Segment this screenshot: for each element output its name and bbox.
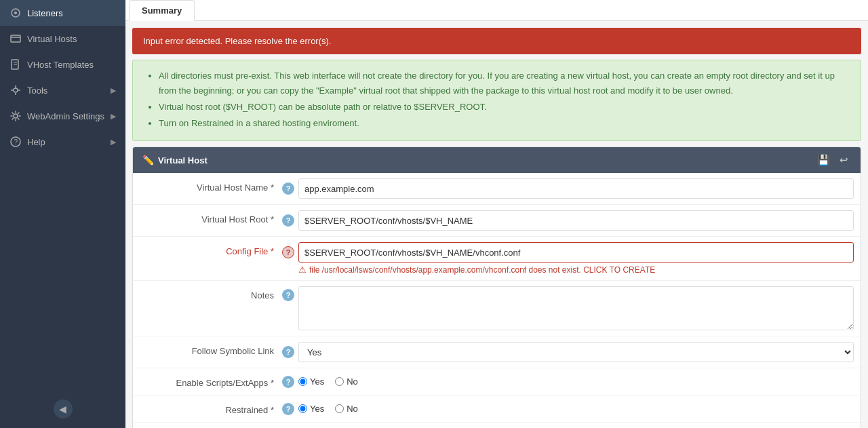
enable-scripts-label: Enable Scripts/ExtApps * bbox=[133, 374, 282, 388]
info-alert: All directories must pre-exist. This web… bbox=[132, 60, 861, 141]
follow-symlink-select[interactable]: Yes No If Owner Match bbox=[298, 342, 854, 362]
help-expand-icon: ▶ bbox=[111, 138, 116, 147]
vhost-name-help-icon[interactable]: ? bbox=[282, 182, 294, 195]
restrained-field: ? Yes No bbox=[282, 401, 861, 416]
sidebar-toggle-icon: ◀ bbox=[59, 404, 66, 414]
notes-row: Notes ? bbox=[133, 281, 861, 336]
restrained-help-icon[interactable]: ? bbox=[282, 403, 294, 415]
vhost-name-label: Virtual Host Name * bbox=[133, 178, 282, 193]
svg-point-12 bbox=[14, 114, 18, 118]
error-alert: Input error detected. Please resolve the… bbox=[132, 28, 861, 54]
enable-scripts-row: Enable Scripts/ExtApps * ? Yes No bbox=[133, 368, 861, 395]
notes-label: Notes bbox=[133, 286, 282, 300]
config-file-label: Config File * bbox=[133, 242, 282, 256]
vhost-root-help-icon[interactable]: ? bbox=[282, 214, 294, 227]
enable-scripts-radio-group: Yes No bbox=[298, 374, 358, 389]
enable-scripts-help-icon[interactable]: ? bbox=[282, 376, 294, 388]
back-icon: ↩ bbox=[840, 154, 848, 166]
notes-help-icon[interactable]: ? bbox=[282, 289, 294, 301]
config-file-error-msg[interactable]: ⚠ file /usr/local/lsws/conf/vhosts/app.e… bbox=[298, 265, 854, 275]
sidebar: Listeners Virtual Hosts VHost Templates … bbox=[0, 0, 125, 428]
vhost-root-label: Virtual Host Root * bbox=[133, 210, 282, 225]
vhost-root-field: ? bbox=[282, 210, 861, 231]
virtual-hosts-icon bbox=[9, 33, 22, 45]
enable-scripts-yes-label[interactable]: Yes bbox=[298, 376, 324, 387]
sidebar-item-webadmin-settings[interactable]: WebAdmin Settings ▶ bbox=[0, 103, 125, 129]
svg-text:?: ? bbox=[14, 138, 18, 146]
edit-icon: ✏️ bbox=[142, 155, 154, 166]
panel-actions: 💾 ↩ bbox=[814, 153, 851, 168]
enable-scripts-no-radio[interactable] bbox=[335, 377, 344, 386]
error-alert-text: Input error detected. Please resolve the… bbox=[143, 36, 331, 46]
vhost-templates-icon bbox=[9, 58, 22, 71]
info-item-2: Turn on Restrained in a shared hosting e… bbox=[159, 116, 848, 131]
enable-scripts-no-label[interactable]: No bbox=[335, 376, 358, 387]
listeners-icon bbox=[9, 7, 22, 19]
sidebar-item-webadmin-label: WebAdmin Settings bbox=[27, 111, 104, 121]
restrained-radio-group: Yes No bbox=[298, 401, 358, 416]
config-file-row: Config File * ? ⚠ file /usr/local/lsws/c… bbox=[133, 237, 861, 281]
sidebar-toggle[interactable]: ◀ bbox=[54, 400, 73, 419]
notes-field: ? bbox=[282, 286, 861, 330]
restrained-yes-radio[interactable] bbox=[298, 404, 307, 413]
save-icon: 💾 bbox=[817, 154, 830, 166]
tab-bar: Summary bbox=[125, 0, 868, 21]
sidebar-item-tools[interactable]: Tools ▶ bbox=[0, 77, 125, 103]
sidebar-item-help-label: Help bbox=[27, 137, 45, 147]
follow-symlink-help-icon[interactable]: ? bbox=[282, 346, 294, 358]
main-content: Summary Input error detected. Please res… bbox=[125, 0, 868, 428]
vhost-root-input[interactable] bbox=[298, 210, 854, 231]
panel-title-text: Virtual Host bbox=[158, 155, 208, 166]
restrained-row: Restrained * ? Yes No bbox=[133, 395, 861, 423]
svg-point-7 bbox=[14, 88, 18, 92]
sidebar-item-vhost-templates-label: VHost Templates bbox=[27, 60, 94, 70]
info-item-0: All directories must pre-exist. This web… bbox=[159, 69, 848, 98]
vhost-name-row: Virtual Host Name * ? bbox=[133, 173, 861, 205]
follow-symlink-row: Follow Symbolic Link ? Yes No If Owner M… bbox=[133, 336, 861, 368]
follow-symlink-field: ? Yes No If Owner Match bbox=[282, 342, 861, 362]
config-file-field: ? ⚠ file /usr/local/lsws/conf/vhosts/app… bbox=[282, 242, 861, 275]
vhost-name-field: ? bbox=[282, 178, 861, 199]
help-icon: ? bbox=[9, 136, 22, 148]
save-button[interactable]: 💾 bbox=[814, 153, 833, 168]
panel-title: ✏️ Virtual Host bbox=[142, 155, 208, 166]
sidebar-item-tools-label: Tools bbox=[27, 85, 47, 96]
tools-icon bbox=[9, 84, 22, 96]
max-keepalive-row: Max Keep-Alive Requests ? Number valid r… bbox=[133, 423, 861, 428]
sidebar-item-listeners-label: Listeners bbox=[27, 8, 63, 18]
vhost-root-row: Virtual Host Root * ? bbox=[133, 205, 861, 237]
panel-header: ✏️ Virtual Host 💾 ↩ bbox=[133, 147, 861, 173]
warning-icon: ⚠ bbox=[298, 265, 307, 275]
svg-point-1 bbox=[14, 12, 17, 14]
webadmin-settings-icon bbox=[9, 110, 22, 122]
sidebar-item-virtual-hosts-label: Virtual Hosts bbox=[27, 34, 77, 44]
vhost-name-input[interactable] bbox=[298, 178, 854, 199]
follow-symlink-label: Follow Symbolic Link bbox=[133, 342, 282, 356]
sidebar-item-vhost-templates[interactable]: VHost Templates bbox=[0, 52, 125, 77]
enable-scripts-field: ? Yes No bbox=[282, 374, 861, 389]
tools-expand-icon: ▶ bbox=[111, 86, 116, 95]
restrained-no-label[interactable]: No bbox=[335, 404, 358, 414]
webadmin-expand-icon: ▶ bbox=[111, 112, 116, 121]
tab-summary[interactable]: Summary bbox=[129, 0, 195, 21]
info-list: All directories must pre-exist. This web… bbox=[145, 69, 848, 131]
restrained-no-radio[interactable] bbox=[335, 404, 344, 413]
restrained-yes-label[interactable]: Yes bbox=[298, 404, 324, 414]
sidebar-item-virtual-hosts[interactable]: Virtual Hosts bbox=[0, 26, 125, 52]
sidebar-item-help[interactable]: ? Help ▶ bbox=[0, 129, 125, 155]
svg-rect-2 bbox=[11, 35, 20, 42]
back-button[interactable]: ↩ bbox=[837, 153, 851, 168]
sidebar-item-listeners[interactable]: Listeners bbox=[0, 0, 125, 26]
config-file-error-text: file /usr/local/lsws/conf/vhosts/app.exa… bbox=[309, 265, 655, 275]
notes-textarea[interactable] bbox=[298, 286, 854, 330]
restrained-label: Restrained * bbox=[133, 401, 282, 415]
virtual-host-panel: ✏️ Virtual Host 💾 ↩ Virtual Host Name * … bbox=[132, 147, 861, 428]
info-item-1: Virtual host root ($VH_ROOT) can be abso… bbox=[159, 100, 848, 115]
config-file-help-icon[interactable]: ? bbox=[282, 246, 294, 258]
enable-scripts-yes-radio[interactable] bbox=[298, 377, 307, 386]
config-file-input[interactable] bbox=[298, 242, 854, 262]
